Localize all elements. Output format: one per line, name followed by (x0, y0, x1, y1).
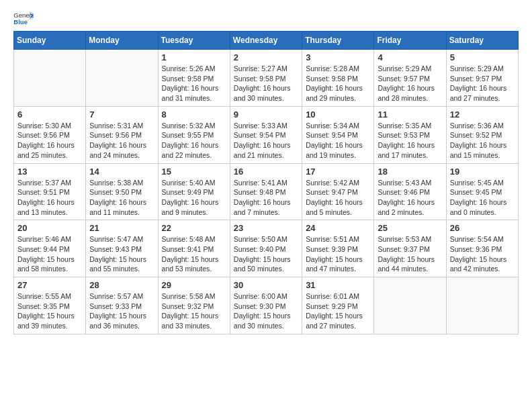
week-row-2: 6Sunrise: 5:30 AM Sunset: 9:56 PM Daylig… (14, 106, 519, 163)
calendar-cell: 13Sunrise: 5:37 AM Sunset: 9:51 PM Dayli… (14, 163, 86, 220)
calendar-cell: 16Sunrise: 5:41 AM Sunset: 9:48 PM Dayli… (230, 163, 302, 220)
calendar-cell: 29Sunrise: 5:58 AM Sunset: 9:32 PM Dayli… (158, 277, 230, 334)
weekday-header-wednesday: Wednesday (230, 32, 302, 50)
calendar-cell: 7Sunrise: 5:31 AM Sunset: 9:56 PM Daylig… (86, 106, 158, 163)
day-info: Sunrise: 6:01 AM Sunset: 9:29 PM Dayligh… (306, 291, 370, 331)
calendar-cell: 10Sunrise: 5:34 AM Sunset: 9:54 PM Dayli… (302, 106, 374, 163)
weekday-header-tuesday: Tuesday (158, 32, 230, 50)
day-number: 31 (306, 280, 370, 290)
weekday-header-friday: Friday (374, 32, 446, 50)
calendar-cell: 17Sunrise: 5:42 AM Sunset: 9:47 PM Dayli… (302, 163, 374, 220)
day-number: 19 (450, 167, 515, 177)
day-info: Sunrise: 5:47 AM Sunset: 9:43 PM Dayligh… (89, 234, 154, 274)
day-info: Sunrise: 5:29 AM Sunset: 9:57 PM Dayligh… (450, 64, 515, 103)
day-number: 21 (89, 223, 154, 233)
day-info: Sunrise: 5:29 AM Sunset: 9:57 PM Dayligh… (378, 64, 442, 103)
day-number: 12 (450, 109, 515, 120)
day-info: Sunrise: 5:43 AM Sunset: 9:46 PM Dayligh… (378, 178, 442, 218)
day-number: 26 (450, 223, 515, 233)
day-info: Sunrise: 5:28 AM Sunset: 9:58 PM Dayligh… (306, 64, 370, 103)
weekday-header-sunday: Sunday (14, 32, 86, 50)
day-number: 8 (162, 109, 226, 120)
day-number: 17 (306, 167, 370, 177)
day-info: Sunrise: 5:38 AM Sunset: 9:50 PM Dayligh… (89, 178, 154, 218)
calendar-cell: 21Sunrise: 5:47 AM Sunset: 9:43 PM Dayli… (86, 220, 158, 277)
day-info: Sunrise: 5:32 AM Sunset: 9:55 PM Dayligh… (162, 121, 226, 161)
day-info: Sunrise: 5:41 AM Sunset: 9:48 PM Dayligh… (234, 178, 298, 218)
day-number: 5 (450, 52, 515, 62)
calendar-cell: 31Sunrise: 6:01 AM Sunset: 9:29 PM Dayli… (302, 277, 374, 334)
day-number: 29 (162, 280, 226, 290)
day-info: Sunrise: 5:31 AM Sunset: 9:56 PM Dayligh… (89, 121, 154, 161)
day-info: Sunrise: 5:45 AM Sunset: 9:45 PM Dayligh… (450, 178, 515, 218)
day-info: Sunrise: 6:00 AM Sunset: 9:30 PM Dayligh… (234, 291, 298, 331)
day-number: 18 (378, 167, 442, 177)
day-info: Sunrise: 5:55 AM Sunset: 9:35 PM Dayligh… (17, 291, 82, 331)
day-number: 7 (89, 109, 154, 120)
day-info: Sunrise: 5:42 AM Sunset: 9:47 PM Dayligh… (306, 178, 370, 218)
week-row-5: 27Sunrise: 5:55 AM Sunset: 9:35 PM Dayli… (14, 277, 519, 334)
calendar-cell: 2Sunrise: 5:27 AM Sunset: 9:58 PM Daylig… (230, 50, 302, 107)
logo: General Blue (13, 11, 34, 26)
week-row-1: 1Sunrise: 5:26 AM Sunset: 9:58 PM Daylig… (14, 50, 519, 107)
calendar-cell: 26Sunrise: 5:54 AM Sunset: 9:36 PM Dayli… (446, 220, 518, 277)
day-number: 24 (306, 223, 370, 233)
day-info: Sunrise: 5:27 AM Sunset: 9:58 PM Dayligh… (234, 64, 298, 103)
week-row-3: 13Sunrise: 5:37 AM Sunset: 9:51 PM Dayli… (14, 163, 519, 220)
day-info: Sunrise: 5:48 AM Sunset: 9:41 PM Dayligh… (162, 234, 226, 274)
day-number: 20 (17, 223, 82, 233)
calendar-cell: 19Sunrise: 5:45 AM Sunset: 9:45 PM Dayli… (446, 163, 518, 220)
day-number: 15 (162, 167, 226, 177)
day-info: Sunrise: 5:37 AM Sunset: 9:51 PM Dayligh… (17, 178, 82, 218)
day-info: Sunrise: 5:35 AM Sunset: 9:53 PM Dayligh… (378, 121, 442, 161)
calendar-cell: 20Sunrise: 5:46 AM Sunset: 9:44 PM Dayli… (14, 220, 86, 277)
calendar-cell: 23Sunrise: 5:50 AM Sunset: 9:40 PM Dayli… (230, 220, 302, 277)
logo-icon: General Blue (13, 11, 34, 26)
day-number: 11 (378, 109, 442, 120)
day-number: 23 (234, 223, 298, 233)
calendar-cell: 25Sunrise: 5:53 AM Sunset: 9:37 PM Dayli… (374, 220, 446, 277)
calendar-cell: 15Sunrise: 5:40 AM Sunset: 9:49 PM Dayli… (158, 163, 230, 220)
calendar-table: SundayMondayTuesdayWednesdayThursdayFrid… (13, 31, 519, 334)
calendar-cell: 6Sunrise: 5:30 AM Sunset: 9:56 PM Daylig… (14, 106, 86, 163)
calendar-cell: 22Sunrise: 5:48 AM Sunset: 9:41 PM Dayli… (158, 220, 230, 277)
day-info: Sunrise: 5:46 AM Sunset: 9:44 PM Dayligh… (17, 234, 82, 274)
day-info: Sunrise: 5:40 AM Sunset: 9:49 PM Dayligh… (162, 178, 226, 218)
day-number: 14 (89, 167, 154, 177)
day-number: 4 (378, 52, 442, 62)
day-info: Sunrise: 5:58 AM Sunset: 9:32 PM Dayligh… (162, 291, 226, 331)
day-number: 25 (378, 223, 442, 233)
day-info: Sunrise: 5:53 AM Sunset: 9:37 PM Dayligh… (378, 234, 442, 274)
weekday-header-row: SundayMondayTuesdayWednesdayThursdayFrid… (14, 32, 519, 50)
day-info: Sunrise: 5:33 AM Sunset: 9:54 PM Dayligh… (234, 121, 298, 161)
day-number: 10 (306, 109, 370, 120)
day-number: 30 (234, 280, 298, 290)
calendar-cell: 11Sunrise: 5:35 AM Sunset: 9:53 PM Dayli… (374, 106, 446, 163)
day-info: Sunrise: 5:50 AM Sunset: 9:40 PM Dayligh… (234, 234, 298, 274)
day-number: 27 (17, 280, 82, 290)
day-info: Sunrise: 5:57 AM Sunset: 9:33 PM Dayligh… (89, 291, 154, 331)
day-number: 6 (17, 109, 82, 120)
page-header: General Blue (13, 11, 519, 26)
calendar-cell: 18Sunrise: 5:43 AM Sunset: 9:46 PM Dayli… (374, 163, 446, 220)
calendar-cell: 12Sunrise: 5:36 AM Sunset: 9:52 PM Dayli… (446, 106, 518, 163)
day-number: 1 (162, 52, 226, 62)
calendar-cell (374, 277, 446, 334)
calendar-cell (446, 277, 518, 334)
calendar-cell: 27Sunrise: 5:55 AM Sunset: 9:35 PM Dayli… (14, 277, 86, 334)
calendar-cell: 3Sunrise: 5:28 AM Sunset: 9:58 PM Daylig… (302, 50, 374, 107)
calendar-cell: 14Sunrise: 5:38 AM Sunset: 9:50 PM Dayli… (86, 163, 158, 220)
weekday-header-thursday: Thursday (302, 32, 374, 50)
day-number: 13 (17, 167, 82, 177)
svg-text:Blue: Blue (13, 18, 28, 26)
calendar-cell: 28Sunrise: 5:57 AM Sunset: 9:33 PM Dayli… (86, 277, 158, 334)
calendar-cell: 1Sunrise: 5:26 AM Sunset: 9:58 PM Daylig… (158, 50, 230, 107)
day-number: 9 (234, 109, 298, 120)
day-number: 2 (234, 52, 298, 62)
day-number: 22 (162, 223, 226, 233)
calendar-cell: 5Sunrise: 5:29 AM Sunset: 9:57 PM Daylig… (446, 50, 518, 107)
calendar-cell (86, 50, 158, 107)
day-info: Sunrise: 5:34 AM Sunset: 9:54 PM Dayligh… (306, 121, 370, 161)
weekday-header-saturday: Saturday (446, 32, 518, 50)
day-number: 3 (306, 52, 370, 62)
